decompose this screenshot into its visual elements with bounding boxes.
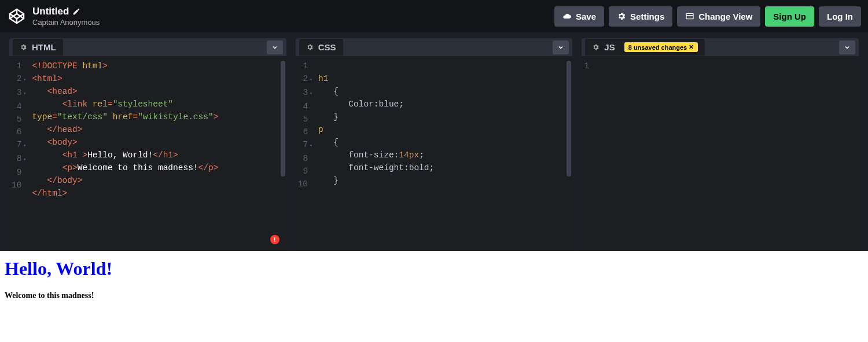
html-code-area[interactable]: 12▾3▾4567▾8▾910 <!DOCTYPE html><html> <h…: [9, 56, 286, 251]
title-area: Untitled Captain Anonymous: [32, 6, 554, 27]
chevron-down-icon: [557, 44, 564, 51]
cloud-icon: [562, 12, 572, 21]
change-view-button[interactable]: Change View: [677, 6, 760, 27]
css-tab[interactable]: CSS: [299, 39, 343, 56]
unsaved-changes-badge[interactable]: 8 unsaved changes ✕: [624, 42, 698, 52]
settings-button[interactable]: Settings: [609, 6, 672, 27]
gear-icon[interactable]: [592, 43, 599, 51]
css-editor-header: CSS: [296, 38, 573, 56]
edit-title-icon[interactable]: [72, 8, 80, 16]
css-code-area[interactable]: 12▾3▾4567▾8910 h1 { Color:blue; }p { fon…: [296, 56, 573, 251]
js-dropdown-button[interactable]: [839, 41, 855, 54]
html-gutter: 12▾3▾4567▾8▾910: [9, 60, 32, 251]
html-editor: HTML 12▾3▾4567▾8▾910 <!DOCTYPE html><htm…: [9, 38, 286, 251]
pen-author: Captain Anonymous: [32, 18, 554, 27]
codepen-icon: [8, 8, 25, 25]
css-tab-label: CSS: [318, 42, 336, 52]
js-editor: JS 8 unsaved changes ✕ 1: [582, 38, 859, 251]
html-dropdown-button[interactable]: [267, 41, 283, 54]
settings-label: Settings: [630, 12, 664, 21]
pen-title[interactable]: Untitled: [32, 6, 69, 17]
html-tab[interactable]: HTML: [13, 39, 63, 56]
header-actions: Save Settings Change View Sign Up Log In: [554, 6, 861, 27]
login-button[interactable]: Log In: [819, 6, 861, 27]
js-lines[interactable]: [599, 60, 859, 251]
gear-icon: [617, 12, 626, 21]
css-gutter: 12▾3▾4567▾8910: [296, 60, 318, 251]
badge-text: 8 unsaved changes: [628, 44, 687, 51]
error-indicator-icon[interactable]: !: [270, 235, 279, 244]
preview-heading: Hello, World!: [5, 258, 863, 280]
js-tab-label: JS: [604, 42, 615, 52]
close-icon[interactable]: ✕: [689, 43, 694, 51]
chevron-down-icon: [844, 44, 851, 51]
chevron-down-icon: [271, 44, 278, 51]
css-editor: CSS 12▾3▾4567▾8910 h1 { Color:blue; }p {…: [296, 38, 573, 251]
js-code-area[interactable]: 1: [582, 56, 859, 251]
signup-button[interactable]: Sign Up: [765, 6, 814, 27]
svg-rect-3: [686, 13, 693, 19]
login-label: Log In: [827, 12, 853, 21]
codepen-logo[interactable]: [7, 6, 27, 26]
layout-icon: [685, 12, 694, 21]
app-header: Untitled Captain Anonymous Save Settings…: [0, 0, 868, 32]
gear-icon[interactable]: [306, 43, 314, 51]
html-tab-label: HTML: [32, 42, 56, 52]
save-button[interactable]: Save: [554, 6, 604, 27]
editor-row: HTML 12▾3▾4567▾8▾910 <!DOCTYPE html><htm…: [0, 32, 868, 251]
save-label: Save: [576, 12, 596, 21]
js-editor-header: JS 8 unsaved changes ✕: [582, 38, 859, 56]
html-editor-header: HTML: [9, 38, 286, 56]
css-lines[interactable]: h1 { Color:blue; }p { font-size:14px; fo…: [318, 60, 572, 251]
gear-icon[interactable]: [20, 43, 27, 51]
js-gutter: 1: [582, 60, 599, 251]
change-view-label: Change View: [698, 12, 752, 21]
scrollbar[interactable]: [281, 61, 285, 176]
scrollbar[interactable]: [567, 61, 571, 176]
signup-label: Sign Up: [773, 12, 806, 21]
html-lines[interactable]: <!DOCTYPE html><html> <head> <link rel="…: [32, 60, 286, 251]
js-tab[interactable]: JS 8 unsaved changes ✕: [585, 39, 705, 56]
css-dropdown-button[interactable]: [553, 41, 569, 54]
preview-paragraph: Welcome to this madness!: [5, 291, 863, 300]
preview-pane: Hello, World! Welcome to this madness!: [0, 251, 868, 342]
